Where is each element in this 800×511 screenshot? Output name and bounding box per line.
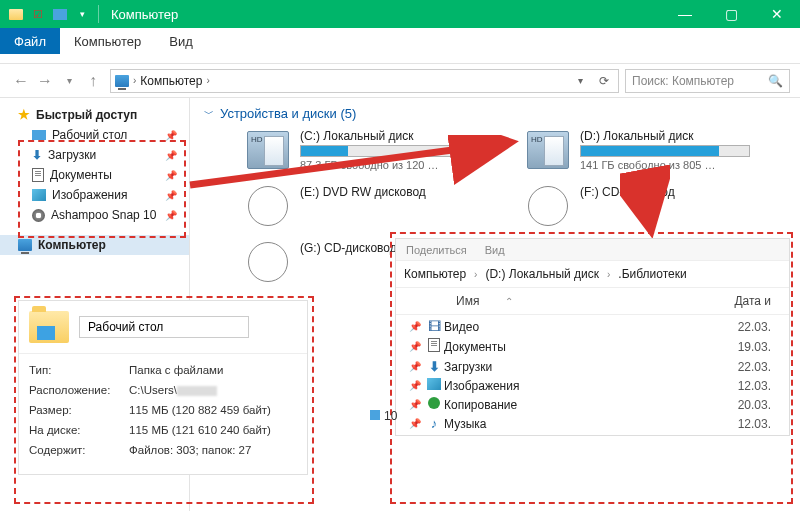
recent-dropdown[interactable]: ▾ bbox=[58, 70, 80, 92]
col-date[interactable]: Дата и bbox=[719, 294, 779, 308]
folder-icon[interactable] bbox=[6, 4, 26, 24]
close-button[interactable]: ✕ bbox=[754, 0, 800, 28]
sidebar-item-pictures[interactable]: Изображения 📌 bbox=[0, 185, 189, 205]
hdd-icon bbox=[247, 131, 289, 169]
maximize-button[interactable]: ▢ bbox=[708, 0, 754, 28]
list-item[interactable]: 📌 Изображения12.03. bbox=[396, 376, 789, 395]
folder-icon bbox=[29, 311, 69, 343]
chevron-right-icon[interactable]: › bbox=[133, 75, 136, 86]
breadcrumb[interactable]: › Компьютер › ▾ ⟳ bbox=[110, 69, 619, 93]
sidebar-label: Быстрый доступ bbox=[36, 108, 137, 122]
sidebar-item-label: Ashampoo Snap 10 bbox=[51, 208, 156, 222]
sidebar-item-ashampoo[interactable]: Ashampoo Snap 10 📌 bbox=[0, 205, 189, 225]
sidebar-item-desktop[interactable]: Рабочий стол 📌 bbox=[0, 125, 189, 145]
download-icon: ⬇ bbox=[32, 148, 42, 162]
prop-row-contains: Содержит: Файлов: 303; папок: 27 bbox=[29, 440, 297, 460]
col-name[interactable]: Имя bbox=[456, 294, 479, 308]
breadcrumb-segment[interactable]: .Библиотеки bbox=[618, 267, 686, 281]
search-input[interactable]: Поиск: Компьютер 🔍 bbox=[625, 69, 790, 93]
list-item[interactable]: 📌🎞 Видео22.03. bbox=[396, 317, 789, 336]
document-icon bbox=[32, 168, 44, 182]
computer-icon bbox=[18, 239, 32, 251]
drive-name: (E:) DVD RW дисковод bbox=[300, 185, 484, 199]
properties-panel: Тип: Папка с файлами Расположение: C:\Us… bbox=[18, 300, 308, 475]
library-window: Поделиться Вид Компьютер › (D:) Локальны… bbox=[395, 238, 790, 436]
drive-name: (F:) CD-дисковод bbox=[580, 185, 764, 199]
library-breadcrumb[interactable]: Компьютер › (D:) Локальный диск › .Библи… bbox=[396, 261, 789, 288]
image-icon bbox=[424, 378, 444, 393]
prop-row-type: Тип: Папка с файлами bbox=[29, 360, 297, 380]
list-item[interactable]: 📌⬇ Загрузки22.03. bbox=[396, 357, 789, 376]
list-item[interactable]: 📌 Копирование20.03. bbox=[396, 395, 789, 414]
tab-computer[interactable]: Компьютер bbox=[60, 28, 155, 54]
drive-f[interactable]: (F:) CD-дисковод bbox=[524, 185, 764, 227]
computer-icon bbox=[115, 75, 129, 87]
dvd-icon bbox=[248, 186, 288, 226]
cd-icon bbox=[528, 186, 568, 226]
sidebar-label: Компьютер bbox=[38, 238, 106, 252]
drive-e[interactable]: (E:) DVD RW дисковод bbox=[244, 185, 484, 227]
search-icon: 🔍 bbox=[768, 74, 783, 88]
checkbox-icon[interactable]: ☑ bbox=[28, 4, 48, 24]
music-icon: ♪ bbox=[424, 416, 444, 431]
pin-icon: 📌 bbox=[165, 190, 183, 201]
sidebar-computer[interactable]: Компьютер bbox=[0, 235, 189, 255]
sidebar-item-downloads[interactable]: ⬇ Загрузки 📌 bbox=[0, 145, 189, 165]
breadcrumb-segment[interactable]: (D:) Локальный диск bbox=[485, 267, 599, 281]
tab-file[interactable]: Файл bbox=[0, 28, 60, 54]
lib-tab-share[interactable]: Поделиться bbox=[406, 244, 467, 256]
image-icon bbox=[32, 189, 46, 201]
drive-name: (D:) Локальный диск bbox=[580, 129, 764, 143]
document-icon bbox=[424, 338, 444, 355]
dot-icon bbox=[424, 397, 444, 412]
up-button[interactable]: ↑ bbox=[82, 70, 104, 92]
star-icon: ★ bbox=[18, 107, 30, 122]
drive-d[interactable]: (D:) Локальный диск 141 ГБ свободно из 8… bbox=[524, 129, 764, 171]
hdd-icon bbox=[527, 131, 569, 169]
dropdown-icon[interactable]: ▾ bbox=[570, 75, 590, 86]
drive-free-text: 141 ГБ свободно из 805 … bbox=[580, 159, 764, 171]
list-item[interactable]: 📌♪ Музыка12.03. bbox=[396, 414, 789, 433]
drive-free-text: 87,3 ГБ свободно из 120 … bbox=[300, 159, 484, 171]
prop-row-location: Расположение: C:\Users\ bbox=[29, 380, 297, 400]
section-title: Устройства и диски (5) bbox=[220, 106, 356, 121]
minimize-button[interactable]: — bbox=[662, 0, 708, 28]
section-header[interactable]: ﹀ Устройства и диски (5) bbox=[204, 106, 786, 121]
list-item[interactable]: 📌 Документы19.03. bbox=[396, 336, 789, 357]
quick-access-toolbar: ☑ ▾ bbox=[6, 4, 92, 24]
drive-name: (C:) Локальный диск bbox=[300, 129, 484, 143]
chevron-down-icon: ﹀ bbox=[204, 107, 214, 121]
pin-icon: 📌 bbox=[165, 170, 183, 181]
drive-c[interactable]: (C:) Локальный диск 87,3 ГБ свободно из … bbox=[244, 129, 484, 171]
drive-usage-bar bbox=[300, 145, 470, 157]
refresh-icon[interactable]: ⟳ bbox=[594, 74, 614, 88]
drive-usage-bar bbox=[580, 145, 750, 157]
breadcrumb-segment[interactable]: Компьютер bbox=[404, 267, 466, 281]
sidebar-item-documents[interactable]: Документы 📌 bbox=[0, 165, 189, 185]
chevron-right-icon: › bbox=[474, 269, 477, 280]
sidebar-item-label: Документы bbox=[50, 168, 112, 182]
pin-icon: 📌 bbox=[165, 130, 183, 141]
titlebar: ☑ ▾ Компьютер — ▢ ✕ bbox=[0, 0, 800, 28]
breadcrumb-segment[interactable]: Компьютер bbox=[140, 74, 202, 88]
dropdown-icon[interactable]: ▾ bbox=[72, 4, 92, 24]
sidebar-quick-access[interactable]: ★ Быстрый доступ bbox=[0, 104, 189, 125]
chevron-right-icon: › bbox=[607, 269, 610, 280]
forward-button[interactable]: → bbox=[34, 70, 56, 92]
folder-name-input[interactable] bbox=[79, 316, 249, 338]
sort-indicator-icon: ⌃ bbox=[505, 296, 513, 307]
picture-icon[interactable] bbox=[50, 4, 70, 24]
prop-row-size: Размер: 115 МБ (120 882 459 байт) bbox=[29, 400, 297, 420]
download-icon: ⬇ bbox=[424, 359, 444, 374]
prop-row-ondisk: На диске: 115 МБ (121 610 240 байт) bbox=[29, 420, 297, 440]
video-icon: 🎞 bbox=[424, 319, 444, 334]
address-bar: ← → ▾ ↑ › Компьютер › ▾ ⟳ Поиск: Компьют… bbox=[0, 64, 800, 98]
library-list: 📌🎞 Видео22.03. 📌 Документы19.03. 📌⬇ Загр… bbox=[396, 315, 789, 435]
back-button[interactable]: ← bbox=[10, 70, 32, 92]
chevron-right-icon[interactable]: › bbox=[206, 75, 209, 86]
tab-view[interactable]: Вид bbox=[155, 28, 207, 54]
window-title: Компьютер bbox=[111, 7, 178, 22]
library-columns: Имя ⌃ Дата и bbox=[396, 288, 789, 315]
sidebar-item-label: Изображения bbox=[52, 188, 127, 202]
lib-tab-view[interactable]: Вид bbox=[485, 244, 505, 256]
